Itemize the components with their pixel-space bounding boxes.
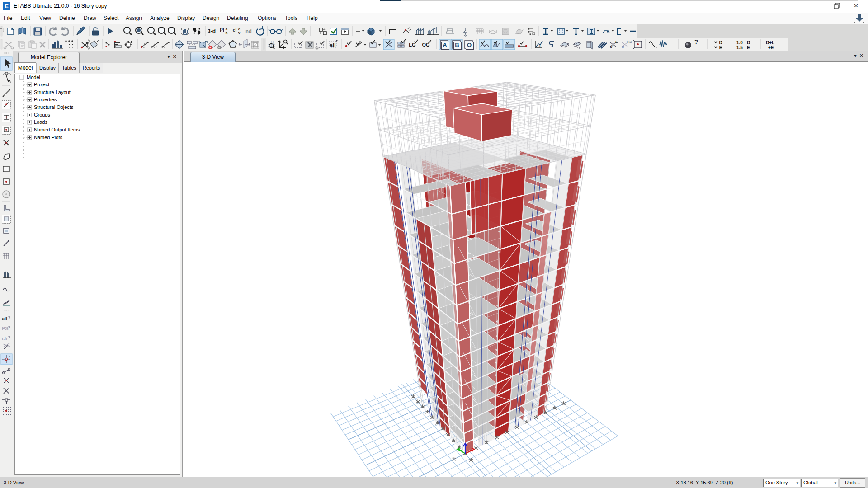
svg-text:Structure Layout: Structure Layout	[34, 89, 71, 95]
svg-text:E: E	[747, 45, 750, 50]
svg-text:O: O	[467, 42, 472, 48]
svg-text:Named Plots: Named Plots	[34, 135, 62, 140]
svg-text:E: E	[719, 45, 722, 50]
svg-text:B: B	[455, 42, 459, 48]
svg-text:Pl: Pl	[220, 28, 224, 33]
svg-text:Groups: Groups	[34, 112, 51, 117]
svg-text:K: K	[610, 45, 613, 49]
svg-text:n: n	[226, 31, 228, 35]
svg-text:E: E	[539, 44, 542, 48]
svg-text:Loads: Loads	[34, 119, 47, 125]
svg-text:3-d: 3-d	[208, 28, 216, 34]
svg-text:v: v	[238, 31, 241, 35]
svg-text:1.0: 1.0	[736, 40, 743, 45]
svg-text:Properties: Properties	[34, 97, 57, 102]
svg-text:Project: Project	[34, 82, 49, 87]
svg-text:all: all	[330, 42, 335, 48]
svg-text:HZ: HZ	[627, 40, 632, 44]
svg-text:A: A	[443, 42, 447, 48]
svg-text:?: ?	[694, 38, 698, 45]
svg-text:E: E	[615, 40, 618, 44]
svg-text:D: D	[747, 40, 750, 45]
svg-text:all: all	[2, 316, 7, 321]
svg-text:Structural Objects: Structural Objects	[34, 104, 74, 110]
svg-text:Model: Model	[27, 75, 40, 80]
svg-text:clr: clr	[2, 336, 8, 341]
svg-text:PS: PS	[2, 326, 9, 331]
svg-text:D+L: D+L	[766, 40, 774, 45]
svg-text:K: K	[622, 45, 624, 49]
svg-text:1.5: 1.5	[736, 45, 743, 50]
svg-text:el: el	[233, 28, 237, 33]
svg-text:Named Output Items: Named Output Items	[34, 127, 80, 132]
svg-text:nd: nd	[245, 28, 251, 34]
svg-text:LG: LG	[409, 42, 415, 47]
svg-text:D: D	[719, 40, 722, 45]
svg-text:+E: +E	[768, 45, 774, 50]
